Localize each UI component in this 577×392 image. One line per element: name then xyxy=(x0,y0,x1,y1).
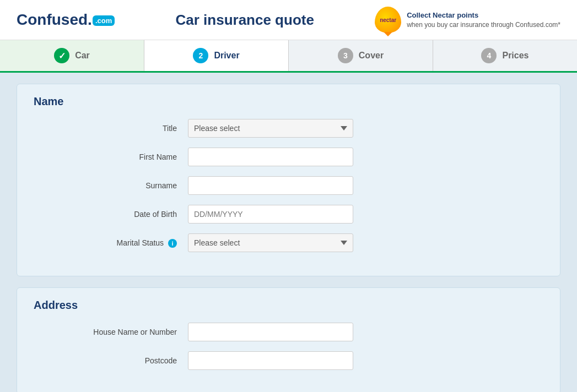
name-section: Name Title Please select Mr Mrs Miss Ms … xyxy=(17,84,560,276)
postcode-row: Postcode xyxy=(34,351,543,370)
surname-row: Surname xyxy=(34,176,543,195)
page-header: Confused..com Car insurance quote nectar… xyxy=(0,0,577,40)
firstname-row: First Name xyxy=(34,148,543,166)
tab-cover[interactable]: 3 Cover xyxy=(289,40,433,71)
nectar-promo: nectar Collect Nectar points when you bu… xyxy=(375,7,560,33)
logo-text: Confused. xyxy=(17,11,92,28)
dob-row: Date of Birth xyxy=(34,205,543,224)
tab-driver[interactable]: 2 Driver xyxy=(144,40,289,71)
dob-control xyxy=(188,205,353,224)
progress-tabs: Car 2 Driver 3 Cover 4 Prices xyxy=(0,40,577,73)
logo-badge: .com xyxy=(93,15,115,26)
house-input[interactable] xyxy=(188,323,353,341)
tab-prices-label: Prices xyxy=(502,51,529,61)
nectar-subtext: when you buy car insurance through Confu… xyxy=(407,21,560,29)
marital-select[interactable]: Please select Single Married Divorced Wi… xyxy=(188,233,353,252)
postcode-input[interactable] xyxy=(188,351,353,370)
firstname-label: First Name xyxy=(34,153,188,161)
firstname-input[interactable] xyxy=(188,148,353,166)
page-title: Car insurance quote xyxy=(115,12,375,29)
title-select[interactable]: Please select Mr Mrs Miss Ms Dr xyxy=(188,119,353,138)
marital-label: Marital Status i xyxy=(34,238,188,248)
postcode-label: Postcode xyxy=(34,356,188,365)
tab-car-label: Car xyxy=(75,51,90,61)
tab-car-number xyxy=(54,48,69,63)
address-section-title: Address xyxy=(34,299,543,312)
tab-car[interactable]: Car xyxy=(0,40,144,71)
house-control xyxy=(188,323,353,341)
title-row: Title Please select Mr Mrs Miss Ms Dr xyxy=(34,119,543,138)
marital-info-icon[interactable]: i xyxy=(168,239,177,248)
dob-input[interactable] xyxy=(188,205,353,224)
tab-prices[interactable]: 4 Prices xyxy=(433,40,577,71)
firstname-control xyxy=(188,148,353,166)
tab-prices-number: 4 xyxy=(481,48,497,63)
tab-driver-number: 2 xyxy=(193,48,208,63)
marital-control: Please select Single Married Divorced Wi… xyxy=(188,233,353,252)
site-logo: Confused..com xyxy=(17,11,115,29)
marital-row: Marital Status i Please select Single Ma… xyxy=(34,233,543,252)
nectar-text-block: Collect Nectar points when you buy car i… xyxy=(407,10,560,30)
name-section-title: Name xyxy=(34,95,543,108)
nectar-logo-text: nectar xyxy=(380,17,396,23)
tab-cover-label: Cover xyxy=(359,51,384,61)
nectar-headline: Collect Nectar points xyxy=(407,11,478,19)
tab-cover-number: 3 xyxy=(338,48,353,63)
surname-control xyxy=(188,176,353,195)
house-row: House Name or Number xyxy=(34,323,543,341)
dob-label: Date of Birth xyxy=(34,210,188,219)
surname-label: Surname xyxy=(34,181,188,190)
title-control: Please select Mr Mrs Miss Ms Dr xyxy=(188,119,353,138)
title-label: Title xyxy=(34,124,188,133)
main-content: Name Title Please select Mr Mrs Miss Ms … xyxy=(0,73,577,392)
tab-driver-label: Driver xyxy=(214,51,239,61)
nectar-icon: nectar xyxy=(375,7,401,33)
postcode-control xyxy=(188,351,353,370)
surname-input[interactable] xyxy=(188,176,353,195)
house-label: House Name or Number xyxy=(34,328,188,336)
address-section: Address House Name or Number Postcode xyxy=(17,287,560,392)
